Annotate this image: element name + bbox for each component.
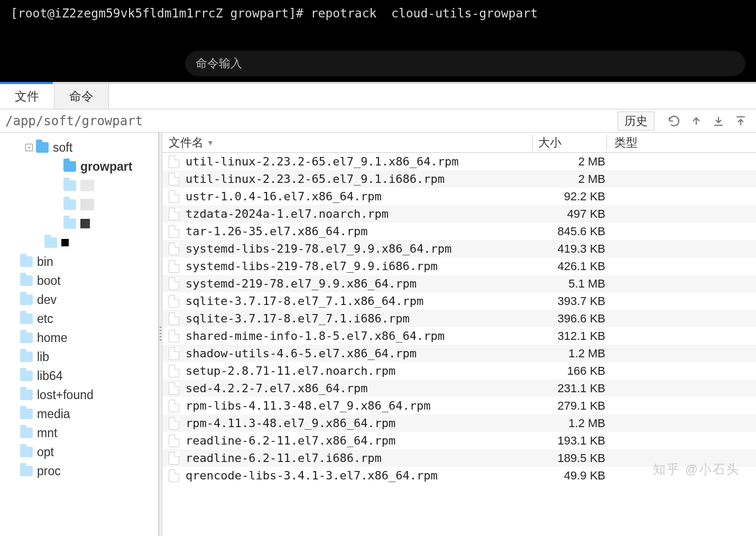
- file-row[interactable]: ustr-1.0.4-16.el7.x86_64.rpm92.2 KB: [162, 188, 756, 205]
- file-row[interactable]: readline-6.2-11.el7.x86_64.rpm193.1 KB: [162, 432, 756, 449]
- tree-label: dev: [37, 293, 57, 307]
- file-row[interactable]: readline-6.2-11.el7.i686.rpm189.5 KB: [162, 449, 756, 467]
- file-size: 312.1 KB: [532, 329, 612, 343]
- file-row[interactable]: rpm-libs-4.11.3-48.el7_9.x86_64.rpm279.1…: [162, 397, 756, 414]
- split-drag-handle[interactable]: [159, 133, 162, 536]
- tree-label: mnt: [37, 426, 57, 440]
- folder-icon: [20, 256, 33, 267]
- column-type[interactable]: 类型: [606, 135, 756, 151]
- file-name: util-linux-2.23.2-65.el7_9.1.i686.rpm: [186, 172, 532, 186]
- tree-item-dev[interactable]: dev: [0, 290, 158, 309]
- file-name: shadow-utils-4.6-5.el7.x86_64.rpm: [186, 347, 532, 360]
- folder-icon: [20, 332, 33, 343]
- tree-item[interactable]: [0, 214, 158, 233]
- tree-item-etc[interactable]: etc: [0, 309, 158, 328]
- file-icon: [169, 417, 179, 430]
- file-icon: [169, 452, 179, 465]
- file-icon: [169, 243, 179, 255]
- tree-label: etc: [37, 312, 53, 326]
- file-name: sqlite-3.7.17-8.el7_7.1.i686.rpm: [186, 312, 532, 325]
- folder-icon: [63, 199, 76, 210]
- file-name: tzdata-2024a-1.el7.noarch.rpm: [186, 207, 532, 220]
- tree-item-mnt[interactable]: mnt: [0, 423, 158, 442]
- file-name: qrencode-libs-3.4.1-3.el7.x86_64.rpm: [186, 469, 532, 482]
- file-row[interactable]: systemd-libs-219-78.el7_9.9.i686.rpm426.…: [162, 257, 756, 275]
- tab-file[interactable]: 文件: [0, 84, 54, 109]
- file-rows[interactable]: util-linux-2.23.2-65.el7_9.1.x86_64.rpm2…: [162, 153, 756, 536]
- tree-item-lost+found[interactable]: lost+found: [0, 385, 158, 404]
- upload-icon[interactable]: [733, 113, 749, 129]
- tree-item-media[interactable]: media: [0, 404, 158, 423]
- folder-icon: [20, 466, 33, 476]
- terminal: [root@iZ2zegm59vk5fldm1m1rrcZ growpart]#…: [0, 0, 756, 82]
- sort-desc-icon: ▼: [207, 138, 214, 147]
- file-row[interactable]: tar-1.26-35.el7.x86_64.rpm845.6 KB: [162, 223, 756, 240]
- folder-icon: [36, 142, 49, 153]
- history-button[interactable]: 历史: [617, 112, 654, 131]
- file-row[interactable]: sqlite-3.7.17-8.el7_7.1.x86_64.rpm393.7 …: [162, 292, 756, 310]
- file-icon: [169, 435, 179, 447]
- file-row[interactable]: shadow-utils-4.6-5.el7.x86_64.rpm1.2 MB: [162, 345, 756, 362]
- tree-item[interactable]: [0, 233, 158, 252]
- file-row[interactable]: setup-2.8.71-11.el7.noarch.rpm166 KB: [162, 362, 756, 380]
- file-row[interactable]: qrencode-libs-3.4.1-3.el7.x86_64.rpm49.9…: [162, 467, 756, 484]
- tree-item-boot[interactable]: boot: [0, 271, 158, 290]
- file-size: 497 KB: [532, 207, 612, 221]
- collapse-icon[interactable]: −: [25, 144, 33, 151]
- folder-icon: [63, 161, 76, 172]
- tree-panel[interactable]: − soft growpart binbootdevetchomeliblib6…: [0, 133, 159, 536]
- tree-item-lib[interactable]: lib: [0, 347, 158, 366]
- file-name: rpm-libs-4.11.3-48.el7_9.x86_64.rpm: [186, 399, 532, 412]
- file-size: 231.1 KB: [532, 382, 612, 395]
- file-icon: [169, 295, 179, 308]
- command-input[interactable]: [196, 57, 735, 70]
- file-row[interactable]: systemd-libs-219-78.el7_9.9.x86_64.rpm41…: [162, 240, 756, 257]
- folder-icon: [20, 275, 33, 286]
- folder-icon: [63, 218, 76, 229]
- file-name: systemd-libs-219-78.el7_9.9.i686.rpm: [186, 260, 532, 273]
- file-size: 279.1 KB: [532, 399, 612, 413]
- folder-icon: [20, 409, 33, 419]
- file-size: 845.6 KB: [532, 225, 612, 238]
- file-icon: [169, 173, 179, 186]
- up-icon[interactable]: [688, 113, 704, 129]
- column-name[interactable]: 文件名 ▼: [162, 135, 532, 151]
- command-input-wrap[interactable]: [185, 51, 745, 76]
- file-row[interactable]: sed-4.2.2-7.el7.x86_64.rpm231.1 KB: [162, 380, 756, 397]
- file-row[interactable]: shared-mime-info-1.8-5.el7.x86_64.rpm312…: [162, 327, 756, 345]
- file-row[interactable]: rpm-4.11.3-48.el7_9.x86_64.rpm1.2 MB: [162, 414, 756, 432]
- refresh-icon[interactable]: [666, 113, 682, 129]
- file-icon: [169, 469, 179, 482]
- file-name: shared-mime-info-1.8-5.el7.x86_64.rpm: [186, 329, 532, 343]
- file-size: 393.7 KB: [532, 294, 612, 308]
- tree-item-opt[interactable]: opt: [0, 442, 158, 461]
- download-icon[interactable]: [711, 113, 726, 129]
- tree-item-lib64[interactable]: lib64: [0, 366, 158, 385]
- file-row[interactable]: tzdata-2024a-1.el7.noarch.rpm497 KB: [162, 205, 756, 223]
- file-icon: [169, 208, 179, 220]
- tree-item-home[interactable]: home: [0, 328, 158, 347]
- tree-item-proc[interactable]: proc: [0, 461, 158, 480]
- file-row[interactable]: sqlite-3.7.17-8.el7_7.1.i686.rpm396.6 KB: [162, 310, 756, 327]
- file-row[interactable]: util-linux-2.23.2-65.el7_9.1.x86_64.rpm2…: [162, 153, 756, 170]
- tree-item[interactable]: [0, 176, 158, 195]
- tree-label: opt: [37, 445, 54, 459]
- tree-label: media: [37, 407, 70, 421]
- file-name: rpm-4.11.3-48.el7_9.x86_64.rpm: [186, 417, 532, 430]
- tree-item-growpart[interactable]: growpart: [0, 157, 158, 176]
- tree-item-soft[interactable]: − soft: [0, 138, 158, 157]
- file-row[interactable]: util-linux-2.23.2-65.el7_9.1.i686.rpm2 M…: [162, 170, 756, 188]
- column-size[interactable]: 大小: [532, 135, 606, 151]
- terminal-prompt: [root@iZ2zegm59vk5fldm1m1rrcZ growpart]#…: [11, 5, 745, 22]
- file-name: tar-1.26-35.el7.x86_64.rpm: [186, 225, 532, 238]
- column-name-label: 文件名: [169, 135, 204, 151]
- file-name: systemd-libs-219-78.el7_9.9.x86_64.rpm: [186, 242, 532, 255]
- tree-item[interactable]: [0, 195, 158, 214]
- folder-icon: [20, 447, 33, 457]
- current-path[interactable]: /app/soft/growpart: [4, 114, 617, 128]
- file-row[interactable]: systemd-219-78.el7_9.9.x86_64.rpm5.1 MB: [162, 275, 756, 292]
- tree-item-bin[interactable]: bin: [0, 252, 158, 271]
- file-size: 92.2 KB: [532, 190, 612, 204]
- tab-command[interactable]: 命令: [54, 84, 109, 109]
- main-split: − soft growpart binbootdevetchomeliblib6…: [0, 133, 756, 536]
